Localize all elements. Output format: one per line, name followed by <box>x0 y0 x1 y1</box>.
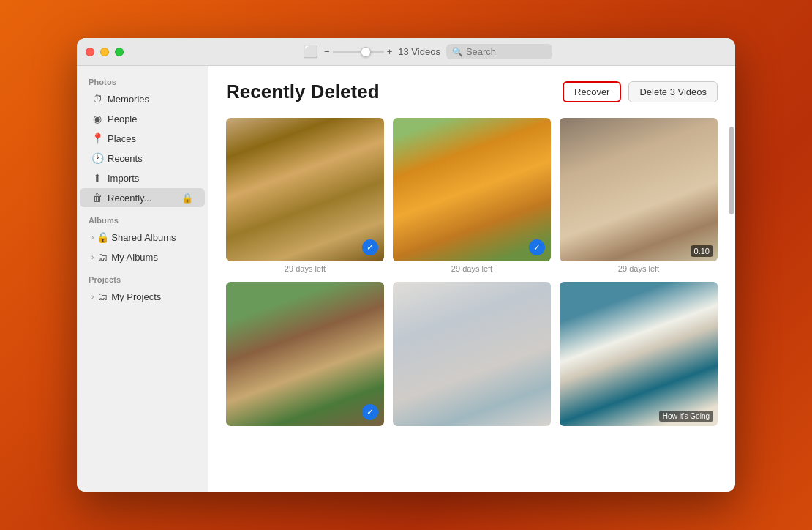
sidebar-item-recently-deleted-label: Recently... <box>108 193 151 204</box>
photo-thumbnail-4[interactable]: ✓ <box>226 282 384 425</box>
photos-scroll-area: ✓ 29 days left ✓ 29 days left <box>208 112 735 492</box>
selected-badge-2: ✓ <box>529 239 545 255</box>
photo-caption-1: How it's Going <box>659 411 713 422</box>
people-icon: ◉ <box>91 113 103 124</box>
search-bar[interactable]: 🔍 <box>446 44 552 59</box>
titlebar-center: ⬜ − + 13 Videos 🔍 <box>129 44 726 59</box>
photo-row-2: ✓ How it's Going <box>226 282 718 425</box>
sidebar-section-photos: Photos <box>77 78 208 86</box>
scrollbar-thumb[interactable] <box>729 127 734 214</box>
close-button[interactable] <box>86 48 94 56</box>
sidebar-item-people-label: People <box>108 113 137 124</box>
sidebar-section-projects: Projects <box>77 275 208 284</box>
photo-item-cat-tabby[interactable]: ✓ 29 days left <box>226 118 384 273</box>
photo-thumbnail-6[interactable]: How it's Going <box>560 282 718 425</box>
selected-badge-1: ✓ <box>362 239 378 255</box>
photo-thumbnail-1[interactable]: ✓ <box>226 118 384 261</box>
photo-item-dog-pool[interactable]: How it's Going <box>560 282 718 425</box>
video-duration-badge-1: 0:10 <box>691 245 713 257</box>
recents-icon: 🕐 <box>91 152 103 164</box>
delete-videos-button[interactable]: Delete 3 Videos <box>628 81 718 102</box>
sidebar-item-imports[interactable]: ⬆ Imports <box>80 168 205 187</box>
chevron-right-icon: › <box>91 234 94 242</box>
sidebar-item-recents-label: Recents <box>108 153 143 164</box>
shared-albums-icon: 🔒 <box>97 231 108 243</box>
photo-item-tiger-cub[interactable]: ✓ 29 days left <box>393 118 551 273</box>
days-left-1: 29 days left <box>226 264 384 273</box>
sidebar: Photos ⏱ Memories ◉ People 📍 Places 🕐 Re… <box>77 66 208 492</box>
sidebar-item-memories[interactable]: ⏱ Memories <box>80 89 205 108</box>
page-title: Recently Deleted <box>226 81 380 103</box>
main-window: ⬜ − + 13 Videos 🔍 Photos ⏱ Memories <box>77 38 735 492</box>
photo-item-faucet[interactable] <box>393 282 551 425</box>
main-content: Recently Deleted Recover Delete 3 Videos… <box>208 66 735 492</box>
sidebar-item-my-projects[interactable]: › 🗂 My Projects <box>80 287 205 306</box>
sidebar-item-recents[interactable]: 🕐 Recents <box>80 149 205 168</box>
chevron-right-icon-3: › <box>91 293 94 301</box>
zoom-slider-thumb[interactable] <box>361 47 371 57</box>
chevron-right-icon-2: › <box>91 253 94 261</box>
sidebar-item-shared-albums[interactable]: › 🔒 Shared Albums <box>80 228 205 247</box>
sidebar-item-places-label: Places <box>108 133 136 144</box>
video-count: 13 Videos <box>398 46 440 57</box>
my-albums-icon: 🗂 <box>97 251 108 263</box>
selected-badge-3: ✓ <box>362 404 378 420</box>
header-actions: Recover Delete 3 Videos <box>563 81 718 102</box>
days-left-2: 29 days left <box>393 264 551 273</box>
sidebar-item-imports-label: Imports <box>108 173 139 184</box>
search-input[interactable] <box>466 46 546 57</box>
content-area: Photos ⏱ Memories ◉ People 📍 Places 🕐 Re… <box>77 66 735 492</box>
photos-grid: ✓ 29 days left ✓ 29 days left <box>208 112 735 447</box>
photo-thumbnail-5[interactable] <box>393 282 551 425</box>
zoom-control: − + <box>324 46 392 57</box>
photo-thumbnail-2[interactable]: ✓ <box>393 118 551 261</box>
places-icon: 📍 <box>91 132 103 144</box>
photo-row-1: ✓ 29 days left ✓ 29 days left <box>226 118 718 273</box>
sidebar-item-my-albums-label: My Albums <box>111 252 158 263</box>
zoom-slider[interactable] <box>333 51 384 53</box>
photo-item-dog-pot[interactable]: ✓ <box>226 282 384 425</box>
sidebar-item-recently-deleted[interactable]: 🗑 Recently... 🔒 <box>80 188 205 207</box>
sidebar-item-memories-label: Memories <box>108 94 149 105</box>
search-icon: 🔍 <box>452 47 463 57</box>
maximize-button[interactable] <box>115 48 124 56</box>
recover-button[interactable]: Recover <box>563 81 621 102</box>
my-projects-icon: 🗂 <box>97 291 108 302</box>
zoom-minus-button[interactable]: − <box>324 46 330 57</box>
titlebar: ⬜ − + 13 Videos 🔍 <box>77 38 735 66</box>
lock-icon: 🔒 <box>181 193 193 204</box>
sidebar-section-albums: Albums <box>77 216 208 225</box>
sidebar-item-shared-albums-label: Shared Albums <box>111 232 176 243</box>
main-header: Recently Deleted Recover Delete 3 Videos <box>208 66 735 112</box>
sidebar-item-my-projects-label: My Projects <box>111 291 161 302</box>
photo-item-fluffy-cat[interactable]: 0:10 29 days left <box>560 118 718 273</box>
memories-icon: ⏱ <box>91 93 103 105</box>
days-left-3: 29 days left <box>560 264 718 273</box>
sidebar-item-my-albums[interactable]: › 🗂 My Albums <box>80 247 205 266</box>
zoom-plus-button[interactable]: + <box>387 46 393 57</box>
slideshow-icon: ⬜ <box>304 45 318 59</box>
photo-thumbnail-3[interactable]: 0:10 <box>560 118 718 261</box>
minimize-button[interactable] <box>100 48 109 56</box>
sidebar-item-places[interactable]: 📍 Places <box>80 129 205 148</box>
imports-icon: ⬆ <box>91 172 103 184</box>
sidebar-item-people[interactable]: ◉ People <box>80 109 205 128</box>
trash-icon: 🗑 <box>91 192 103 204</box>
